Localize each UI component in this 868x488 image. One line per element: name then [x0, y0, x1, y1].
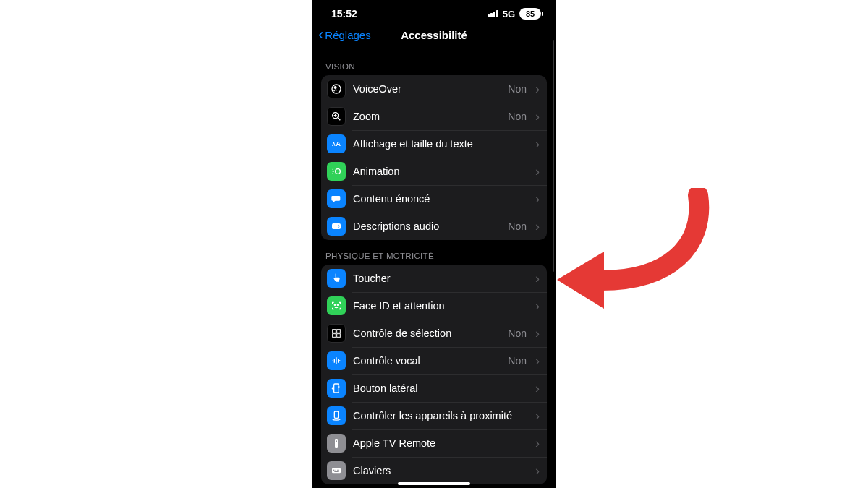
row-value: Non — [508, 355, 527, 367]
faceid-icon — [327, 296, 346, 315]
row-motion[interactable]: Animation › — [321, 158, 547, 185]
row-label: Toucher — [353, 273, 528, 284]
chevron-right-icon: › — [535, 437, 540, 450]
svg-rect-21 — [334, 471, 338, 472]
row-label: Animation — [353, 166, 528, 177]
row-value: Non — [508, 111, 527, 122]
annotation-arrow — [553, 188, 712, 333]
row-label: Zoom — [353, 111, 501, 122]
voiceover-icon — [327, 80, 346, 98]
nearby-devices-icon — [327, 406, 346, 425]
switch-control-icon — [327, 324, 346, 343]
row-label: Face ID et attention — [353, 300, 528, 312]
row-label: VoiceOver — [353, 83, 501, 95]
row-apple-tv-remote[interactable]: Apple TV Remote › — [321, 429, 547, 457]
svg-rect-18 — [333, 470, 334, 471]
svg-rect-9 — [333, 330, 336, 333]
signal-icon — [488, 10, 498, 17]
chevron-right-icon: › — [535, 382, 540, 395]
svg-text:A: A — [336, 140, 341, 147]
content-scroll[interactable]: VISION VoiceOver Non › Zoom Non › — [312, 51, 556, 488]
row-value: Non — [508, 328, 527, 339]
touch-icon — [327, 269, 346, 288]
svg-rect-20 — [337, 470, 338, 471]
row-label: Claviers — [353, 465, 528, 476]
svg-point-16 — [336, 440, 337, 442]
row-display-text-size[interactable]: AA Affichage et taille du texte › — [321, 130, 547, 158]
row-label: Contrôler les appareils à proximité — [353, 410, 528, 421]
row-keyboards[interactable]: Claviers › — [321, 457, 547, 484]
group-vision: VoiceOver Non › Zoom Non › AA Affichage … — [321, 75, 547, 240]
chevron-right-icon: › — [535, 137, 540, 150]
svg-point-0 — [332, 85, 341, 93]
row-faceid-attention[interactable]: Face ID et attention › — [321, 292, 547, 320]
network-label: 5G — [503, 9, 515, 20]
row-value: Non — [508, 221, 527, 232]
battery-icon: 85 — [519, 8, 541, 20]
chevron-right-icon: › — [535, 272, 540, 285]
svg-marker-23 — [557, 252, 604, 309]
svg-point-7 — [334, 304, 335, 305]
svg-rect-19 — [336, 470, 336, 471]
row-value: Non — [508, 83, 527, 95]
row-label: Apple TV Remote — [353, 437, 528, 449]
chevron-right-icon: › — [535, 354, 540, 367]
svg-rect-14 — [334, 411, 338, 418]
section-header-physical: PHYSIQUE ET MOTRICITÉ — [321, 240, 547, 265]
group-physical: Toucher › Face ID et attention › Contrôl… — [321, 265, 547, 484]
row-label: Affichage et taille du texte — [353, 138, 528, 150]
scrollbar[interactable] — [553, 40, 555, 272]
speech-icon — [327, 189, 346, 208]
voice-control-icon — [327, 351, 346, 370]
back-label: Réglages — [325, 29, 370, 41]
svg-point-5 — [336, 169, 341, 174]
side-button-icon — [327, 379, 346, 398]
row-spoken-content[interactable]: Contenu énoncé › — [321, 185, 547, 213]
back-button[interactable]: ‹ Réglages — [318, 27, 371, 43]
row-label: Contenu énoncé — [353, 193, 528, 205]
row-label: Contrôle de sélection — [353, 328, 501, 339]
svg-point-8 — [337, 304, 338, 305]
status-bar: 15:52 5G 85 — [312, 0, 556, 25]
chevron-right-icon: › — [535, 409, 540, 422]
text-size-icon: AA — [327, 134, 346, 153]
chevron-left-icon: ‹ — [318, 27, 323, 43]
row-voice-control[interactable]: Contrôle vocal Non › — [321, 347, 547, 374]
row-side-button[interactable]: Bouton latéral › — [321, 374, 547, 402]
chevron-right-icon: › — [535, 192, 540, 205]
row-switch-control[interactable]: Contrôle de sélection Non › — [321, 320, 547, 347]
svg-rect-10 — [337, 330, 341, 333]
svg-rect-13 — [334, 384, 339, 393]
phone-frame: 15:52 5G 85 ‹ Réglages Accessibilité VIS… — [312, 0, 556, 488]
row-touch[interactable]: Toucher › — [321, 265, 547, 292]
chevron-right-icon: › — [535, 464, 540, 477]
chevron-right-icon: › — [535, 110, 540, 123]
row-audio-descriptions[interactable]: Descriptions audio Non › — [321, 213, 547, 240]
svg-rect-12 — [337, 334, 341, 338]
svg-point-1 — [334, 87, 336, 89]
svg-rect-11 — [333, 334, 336, 338]
section-header-vision: VISION — [321, 51, 547, 75]
zoom-icon — [327, 107, 346, 126]
row-nearby-devices[interactable]: Contrôler les appareils à proximité › — [321, 402, 547, 429]
nav-header: ‹ Réglages Accessibilité — [312, 25, 556, 45]
motion-icon — [327, 162, 346, 181]
row-voiceover[interactable]: VoiceOver Non › — [321, 75, 547, 103]
chevron-right-icon: › — [535, 165, 540, 178]
chevron-right-icon: › — [535, 220, 540, 233]
audio-desc-icon — [327, 217, 346, 236]
keyboard-icon — [327, 461, 346, 480]
status-right: 5G 85 — [488, 8, 541, 20]
status-time: 15:52 — [331, 8, 357, 20]
chevron-right-icon: › — [535, 299, 540, 312]
chevron-right-icon: › — [535, 327, 540, 340]
row-label: Bouton latéral — [353, 382, 528, 394]
row-label: Descriptions audio — [353, 221, 501, 232]
row-zoom[interactable]: Zoom Non › — [321, 103, 547, 130]
svg-text:A: A — [332, 142, 336, 147]
remote-icon — [327, 434, 346, 453]
row-label: Contrôle vocal — [353, 355, 501, 367]
home-indicator[interactable] — [398, 482, 470, 485]
chevron-right-icon: › — [535, 82, 540, 95]
svg-rect-15 — [335, 439, 338, 448]
